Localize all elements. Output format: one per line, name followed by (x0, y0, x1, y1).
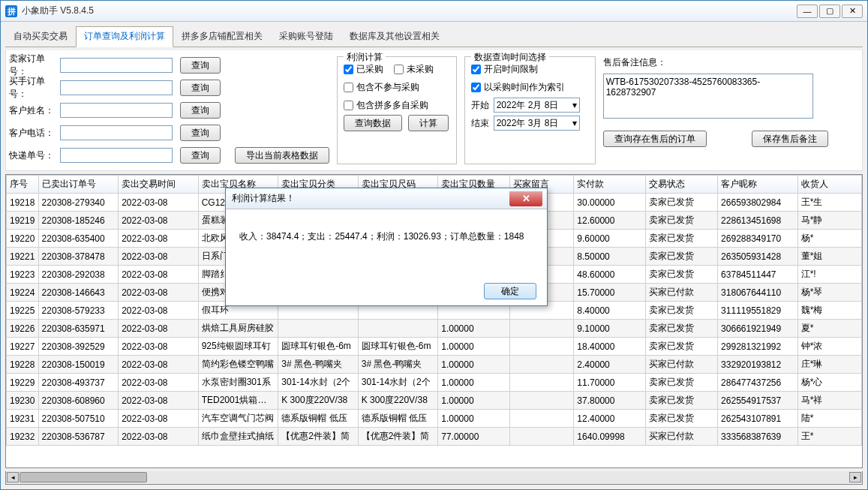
purchased-label: 已采购 (356, 63, 383, 76)
query-button-4[interactable]: 查询 (180, 125, 221, 141)
cell-order: 220308-292038 (38, 266, 119, 284)
cell-seq: 19224 (7, 284, 39, 302)
cell-status: 买家已付款 (646, 356, 718, 374)
calc-button[interactable]: 计算 (408, 115, 449, 131)
buyer-order-input[interactable] (60, 80, 173, 95)
horizontal-scrollbar[interactable]: ◂ ▸ (5, 471, 863, 485)
cell-seq: 19228 (7, 356, 39, 374)
cell-msg (510, 356, 574, 374)
cell-recv: 夏* (797, 320, 861, 338)
close-button[interactable]: ✕ (842, 5, 863, 18)
query-button-1[interactable]: 查询 (180, 57, 221, 74)
cell-cat: 3# 黑色-鸭嘴夹 (278, 356, 359, 374)
cell-pay: 9.60000 (574, 230, 646, 248)
scroll-left-arrow[interactable]: ◂ (7, 472, 19, 482)
cell-size: 圆球耳钉银色-6m (358, 338, 438, 356)
export-button[interactable]: 导出当前表格数据 (235, 147, 329, 164)
cell-status: 卖家已发货 (646, 266, 718, 284)
column-header[interactable]: 收货人 (797, 176, 861, 194)
cell-pay: 1640.09998 (574, 428, 646, 446)
query-button-3[interactable]: 查询 (180, 102, 221, 119)
cell-seq: 19218 (7, 194, 39, 212)
aftersale-column: 售后备注信息： WTB-617530207338-4525760083365-1… (603, 56, 828, 164)
minimize-button[interactable]: — (797, 5, 818, 18)
scroll-right-arrow[interactable]: ▸ (849, 472, 861, 482)
express-input[interactable] (60, 148, 173, 163)
seller-order-input[interactable] (60, 58, 173, 73)
tab-1[interactable]: 订单查询及利润计算 (76, 26, 173, 47)
cell-qty: 1.00000 (438, 320, 510, 338)
tab-4[interactable]: 数据库及其他设置相关 (341, 26, 448, 47)
cell-time: 2022-03-08 (119, 284, 199, 302)
dialog-close-button[interactable]: ✕ (509, 191, 542, 206)
query-button-column: 查询 查询 查询 查询 查询 导出当前表格数据 (180, 56, 329, 164)
cell-seq: 19223 (7, 266, 39, 284)
column-header[interactable]: 客户昵称 (718, 176, 798, 194)
save-aftersale-button[interactable]: 保存售后备注 (752, 131, 828, 147)
column-header[interactable]: 序号 (7, 176, 39, 194)
cell-status: 卖家已发货 (646, 230, 718, 248)
column-header[interactable]: 交易状态 (646, 176, 718, 194)
purchased-checkbox[interactable] (344, 65, 353, 74)
cell-name: TED2001烘箱烤箱 (198, 392, 278, 410)
cell-nick: 306661921949 (718, 320, 798, 338)
tab-0[interactable]: 自动买卖交易 (5, 26, 76, 47)
enable-limit-checkbox[interactable] (471, 65, 481, 74)
cell-seq: 19231 (7, 410, 39, 428)
cell-nick: 262543107891 (718, 410, 798, 428)
tab-3[interactable]: 采购账号登陆 (271, 26, 341, 47)
table-row[interactable]: 19227220308-3925292022-03-08925纯银圆球耳钉圆球耳… (7, 338, 862, 356)
cell-status: 卖家已发货 (646, 338, 718, 356)
buyer-order-label: 买手订单号： (9, 75, 56, 101)
cell-size: 3# 黑色-鸭嘴夹 (358, 356, 438, 374)
query-button-2[interactable]: 查询 (180, 80, 221, 96)
customer-phone-input[interactable] (60, 125, 173, 140)
titlebar: 拼 小象助手 V5.8.4.5 — ▢ ✕ (1, 1, 867, 22)
date-select-legend: 数据查询时间选择 (471, 51, 549, 64)
cell-pay: 18.40000 (574, 338, 646, 356)
table-row[interactable]: 19226220308-6359712022-03-08烘焙工具厨房硅胶1.00… (7, 320, 862, 338)
cell-recv: 杨* (797, 230, 861, 248)
customer-name-label: 客户姓名： (9, 104, 56, 117)
include-no-purchase-checkbox[interactable] (344, 83, 353, 92)
table-row[interactable]: 19230220308-6089602022-03-08TED2001烘箱烤箱K… (7, 392, 862, 410)
column-header[interactable]: 已卖出订单号 (38, 176, 119, 194)
cell-name: 纸巾盒壁挂式抽纸 (198, 428, 278, 446)
cell-status: 买家已付款 (646, 284, 718, 302)
start-date-picker[interactable]: 2022年 2月 8日▾ (494, 98, 580, 113)
table-row[interactable]: 19229220308-4937372022-03-08水泵密封圈301系301… (7, 374, 862, 392)
query-button-5[interactable]: 查询 (180, 147, 221, 164)
table-row[interactable]: 19232220308-5367872022-03-08纸巾盒壁挂式抽纸【优惠2… (7, 428, 862, 446)
include-pdd-self-checkbox[interactable] (344, 101, 353, 110)
table-row[interactable]: 19231220308-5075102022-03-08汽车空调气门芯阀德系版铜… (7, 410, 862, 428)
include-pdd-self-label: 包含拼多多自采购 (356, 99, 428, 112)
cell-time: 2022-03-08 (119, 248, 199, 266)
cell-cat (278, 320, 359, 338)
cell-time: 2022-03-08 (119, 302, 199, 320)
aftersale-textbox[interactable]: WTB-617530207338-4525760083365-162873290… (603, 74, 813, 119)
cell-msg (510, 338, 574, 356)
column-header[interactable]: 卖出交易时间 (119, 176, 199, 194)
cell-recv: 钟*浓 (797, 338, 861, 356)
cell-name: 925纯银圆球耳钉 (198, 338, 278, 356)
cell-recv: 马*祥 (797, 392, 861, 410)
cell-pay: 11.70000 (574, 374, 646, 392)
cell-qty: 1.00000 (438, 338, 510, 356)
customer-name-input[interactable] (60, 103, 173, 118)
query-aftersale-button[interactable]: 查询存在售后的订单 (603, 131, 707, 147)
table-row[interactable]: 19228220308-1500192022-03-08简约彩色镂空鸭嘴3# 黑… (7, 356, 862, 374)
column-header[interactable]: 实付款 (574, 176, 646, 194)
dialog-ok-button[interactable]: 确定 (484, 283, 536, 299)
cell-nick: 266593802984 (718, 194, 798, 212)
use-purchase-time-checkbox[interactable] (471, 83, 481, 92)
cell-name: 水泵密封圈301系 (198, 374, 278, 392)
query-data-button[interactable]: 查询数据 (344, 115, 402, 131)
scroll-thumb[interactable] (20, 472, 147, 482)
cell-cat: 301-14水封（2个 (278, 374, 359, 392)
maximize-button[interactable]: ▢ (819, 5, 840, 18)
tab-2[interactable]: 拼多多店铺配置相关 (173, 26, 271, 47)
cell-seq: 19221 (7, 248, 39, 266)
not-purchased-checkbox[interactable] (394, 65, 404, 74)
start-date-label: 开始 (471, 99, 489, 112)
end-date-picker[interactable]: 2022年 3月 8日▾ (494, 116, 580, 131)
